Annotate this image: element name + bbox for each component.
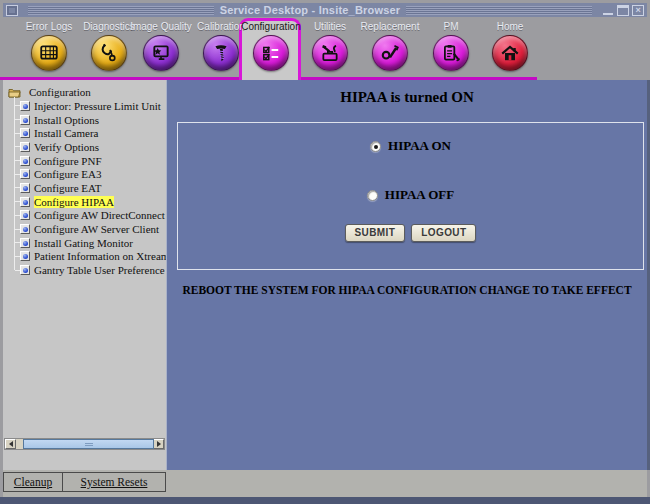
tree-item-install-camera[interactable]: Install Camera (7, 126, 166, 140)
titlebar-ridge[interactable] (406, 6, 592, 15)
tree-item-injector-pressure-limit-unit[interactable]: Injector: Pressure Limit Unit (7, 99, 166, 113)
tab-replacement[interactable]: Replacement (359, 21, 421, 71)
tab-image-quality[interactable]: Image Quality (130, 21, 192, 71)
tree-item-label: Configuration (29, 86, 91, 98)
document-icon (20, 238, 30, 248)
error-log-grid-icon (31, 35, 67, 71)
document-icon (20, 224, 30, 234)
radio-row-hipaa-off: HIPAA OFF (178, 187, 643, 203)
page-title: HIPAA is turned ON (167, 89, 647, 106)
tree-item-configure-eat[interactable]: Configure EAT (7, 181, 166, 195)
window-bottom-edge (0, 497, 650, 504)
tree-item-configure-ea3[interactable]: Configure EA3 (7, 167, 166, 181)
stethoscope-icon (91, 35, 127, 71)
radio-row-hipaa-on: HIPAA ON (178, 138, 643, 154)
document-icon (20, 265, 30, 275)
tree-item-verify-options[interactable]: Verify Options (7, 140, 166, 154)
document-icon (20, 183, 30, 193)
tree-item-install-gating-monitor[interactable]: Install Gating Monitor (7, 236, 166, 250)
close-icon[interactable]: × (632, 5, 644, 16)
hipaa-on-radio[interactable] (370, 141, 381, 152)
checklist-icon (253, 35, 289, 71)
sidebar-bottom-gap (3, 450, 166, 470)
tree-item-patient-information[interactable]: Patient Information on Xtream Disp (7, 250, 166, 264)
document-icon (20, 156, 30, 166)
cleanup-button[interactable]: Cleanup (4, 473, 63, 491)
system-resets-button[interactable]: System Resets (63, 473, 165, 491)
document-icon (20, 210, 30, 220)
screw-icon (203, 35, 239, 71)
hipaa-off-radio[interactable] (367, 190, 378, 201)
service-desktop-window: Service Desktop - Insite_Browser × Error… (0, 0, 650, 504)
tree-item-label-highlighted: Configure HIPAA (34, 196, 114, 208)
tab-home[interactable]: Home (479, 21, 541, 71)
footer-tabs: Cleanup System Resets (3, 472, 166, 492)
document-icon (20, 251, 30, 261)
open-folder-icon (8, 87, 21, 98)
document-icon (20, 169, 30, 179)
scroll-right-icon[interactable] (153, 439, 164, 449)
hipaa-config-panel: HIPAA is turned ON HIPAA ON HIPAA OFF SU… (166, 80, 647, 470)
document-icon (20, 115, 30, 125)
tree-item-install-options[interactable]: Install Options (7, 113, 166, 127)
scroll-left-icon[interactable] (5, 439, 16, 449)
document-icon (20, 128, 30, 138)
tree: Configuration Injector: Pressure Limit U… (3, 80, 166, 277)
titlebar-ridge[interactable] (28, 6, 214, 15)
system-menu-icon[interactable] (6, 5, 18, 16)
tree-item-configure-aw-directconnect[interactable]: Configure AW DirectConnect (7, 209, 166, 223)
tab-pm[interactable]: PM (420, 21, 482, 71)
reboot-notice: REBOOT THE SYSTEM FOR HIPAA CONFIGURATIO… (167, 284, 647, 296)
configuration-tree-panel: Configuration Injector: Pressure Limit U… (3, 80, 166, 470)
maximize-icon[interactable] (617, 5, 629, 16)
footer-bar: Cleanup System Resets (3, 470, 647, 497)
wrench-socket-icon (372, 35, 408, 71)
hipaa-options-box: HIPAA ON HIPAA OFF SUBMIT LOGOUT (177, 122, 644, 270)
tree-item-configure-aw-server-client[interactable]: Configure AW Server Client (7, 222, 166, 236)
tree-item-configure-pnf[interactable]: Configure PNF (7, 154, 166, 168)
title-bar: Service Desktop - Insite_Browser × (3, 3, 647, 17)
window-controls: × (602, 5, 644, 16)
tab-error-logs[interactable]: Error Logs (18, 21, 80, 71)
tab-utilities[interactable]: Utilities (299, 21, 361, 71)
scrollbar-track[interactable] (16, 439, 153, 449)
hipaa-on-label: HIPAA ON (388, 138, 451, 154)
document-icon (20, 142, 30, 152)
hipaa-off-label: HIPAA OFF (385, 187, 454, 203)
scrollbar-thumb[interactable] (23, 439, 154, 449)
tree-guide-line (14, 97, 15, 270)
submit-button[interactable]: SUBMIT (345, 224, 406, 242)
logout-button[interactable]: LOGOUT (411, 224, 476, 242)
horizontal-scrollbar[interactable] (4, 438, 165, 450)
tree-item-configure-hipaa[interactable]: Configure HIPAA (7, 195, 166, 209)
form-buttons: SUBMIT LOGOUT (178, 224, 643, 242)
minimize-icon[interactable] (602, 5, 614, 16)
document-icon (20, 197, 30, 207)
tree-root-configuration[interactable]: Configuration (7, 85, 166, 99)
clipboard-wrench-icon (433, 35, 469, 71)
window-title: Service Desktop - Insite_Browser (220, 4, 401, 16)
house-icon (492, 35, 528, 71)
tab-configuration[interactable]: Configuration (240, 21, 302, 71)
toolbox-icon (312, 35, 348, 71)
monitor-star-icon (143, 35, 179, 71)
tree-item-gantry-table-user-preference[interactable]: Gantry Table User Preference (7, 263, 166, 277)
document-icon (20, 101, 30, 111)
